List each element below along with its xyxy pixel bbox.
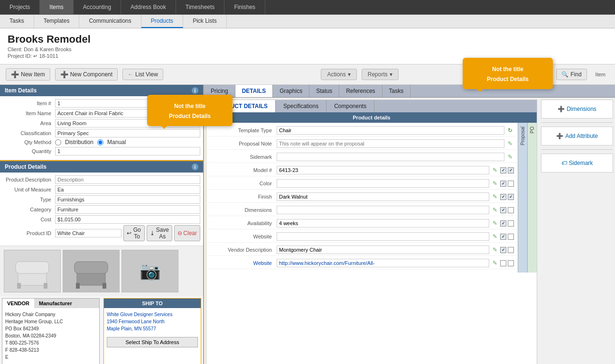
category-row: Category [3,205,200,214]
edit-icon-1[interactable]: ✎ [506,140,514,147]
product-tab-specs[interactable]: Specifications [276,100,326,112]
tab-status[interactable]: Status [309,85,339,97]
color-input[interactable] [277,179,489,188]
refresh-icon[interactable]: ↻ [506,127,514,134]
actions-dropdown[interactable]: Actions ▾ [321,69,356,80]
search-icon: 🔍 [561,71,568,78]
dimensions-button[interactable]: ➕ Dimensions [545,104,609,114]
nav-projects[interactable]: Projects [0,0,40,14]
subnav-products[interactable]: Products [141,15,183,28]
qty-distribution-radio[interactable] [55,139,61,146]
dimensions-proposal-check[interactable]: ✓ [500,207,506,213]
template-type-input[interactable] [277,126,504,135]
select-ship-to-button[interactable]: Select Ship To Address [107,337,198,347]
item-details-info-icon[interactable]: i [192,87,198,94]
edit-icon-5[interactable]: ✎ [491,193,499,200]
images-area: 📷 [0,246,203,296]
reports-dropdown[interactable]: Reports ▾ [362,69,399,80]
qty-manual-radio[interactable] [97,139,103,146]
ship-to-header: SHIP TO [104,299,201,308]
model-number-input[interactable] [277,166,489,174]
ship-panel: SHIP TO White Glove Designer Services194… [103,298,201,364]
tab-graphics[interactable]: Graphics [273,85,309,97]
edit-icon-4[interactable]: ✎ [491,180,499,187]
quantity-row: Quantity [3,147,200,155]
vendor-desc-po-check[interactable] [508,247,514,253]
finish-po-check[interactable]: ✓ [508,194,514,200]
model-po-check[interactable]: ✓ [508,167,514,173]
edit-icon-6[interactable]: ✎ [491,206,499,214]
tab-details[interactable]: DETAILS [235,85,273,97]
edit-icon-10[interactable]: ✎ [491,259,499,267]
uom-row: Unit of Measure [3,185,200,194]
go-to-button[interactable]: ↩ Go To [123,225,145,241]
edit-icon-8[interactable]: ✎ [491,233,499,240]
nav-timesheets[interactable]: Timesheets [176,0,225,14]
sidemark-input[interactable] [277,153,504,161]
vendor-desc-proposal-check[interactable]: ✓ [500,247,506,253]
list-view-button[interactable]: ← List View [122,69,163,80]
subnav-communications[interactable]: Communications [79,15,141,28]
product-image-2[interactable] [63,250,120,292]
color-po-check[interactable] [508,181,514,187]
color-actions: ✎ ✓ [491,180,514,187]
tab-tasks[interactable]: Tasks [382,85,411,97]
website-input[interactable] [277,232,489,241]
dimensions-po-check[interactable] [508,207,514,213]
vendor-description-input[interactable] [277,246,489,254]
cost-input[interactable] [55,215,200,224]
vendor-tab[interactable]: VENDOR [2,299,34,308]
plus-icon-4: ➕ [556,133,563,139]
proposal-note-input[interactable] [277,139,504,148]
edit-icon-3[interactable]: ✎ [491,166,499,174]
subnav-picklists[interactable]: Pick Lists [183,15,227,28]
website-link-input[interactable] [277,259,489,267]
category-input[interactable] [55,205,200,214]
subnav-tasks[interactable]: Tasks [0,15,34,28]
find-button[interactable]: 🔍 Find [556,69,587,80]
save-as-button[interactable]: ⤓ Save As [147,225,172,241]
classification-input[interactable] [55,129,200,137]
side-divider-1 [541,122,613,123]
nav-address-book[interactable]: Address Book [121,0,176,14]
type-input[interactable] [55,195,200,204]
availability-proposal-check[interactable]: ✓ [500,220,506,227]
nav-accounting[interactable]: Accounting [74,0,121,14]
new-item-button[interactable]: ➕ New Item [6,68,50,81]
dimensions-input[interactable] [277,206,489,214]
nav-items[interactable]: Items [40,0,73,14]
website-po-check[interactable] [508,234,514,240]
model-proposal-check[interactable]: ✓ [500,167,506,173]
nav-finishes[interactable]: Finishes [224,0,265,14]
availability-po-check[interactable] [508,220,514,227]
color-proposal-check[interactable]: ✓ [500,181,506,187]
product-details-info-icon[interactable]: i [192,164,198,170]
website-link-proposal-check[interactable] [500,260,506,266]
product-image-1[interactable] [4,250,61,292]
product-tab-components[interactable]: Components [326,100,374,112]
uom-input[interactable] [55,185,200,194]
svg-rect-7 [102,283,106,289]
quantity-input[interactable] [55,147,200,155]
add-attribute-button[interactable]: ➕ Add Attribute [545,131,609,141]
finish-input[interactable] [277,192,489,201]
website-proposal-check[interactable]: ✓ [500,234,506,240]
clear-button[interactable]: ⊖ Clear [174,225,200,241]
sidemark-button[interactable]: 🏷 Sidemark [545,158,609,168]
new-component-button[interactable]: ➕ New Component [55,68,118,81]
edit-icon-9[interactable]: ✎ [491,246,499,254]
subnav-templates[interactable]: Templates [34,15,80,28]
product-image-placeholder[interactable]: 📷 [121,250,178,292]
website-link-po-check[interactable] [508,260,514,266]
description-input[interactable] [55,175,200,184]
po-header: PO [529,123,536,137]
tab-references[interactable]: References [339,85,382,97]
dimensions-actions: ✎ ✓ [491,206,514,214]
manufacturer-tab[interactable]: Manufacturer [34,299,77,308]
finish-proposal-check[interactable]: ✓ [500,194,506,200]
saveas-icon: ⤓ [150,230,155,237]
product-id-input[interactable] [55,229,121,237]
edit-icon-7[interactable]: ✎ [491,219,499,227]
availability-input[interactable] [277,219,489,228]
edit-icon-2[interactable]: ✎ [506,153,514,161]
